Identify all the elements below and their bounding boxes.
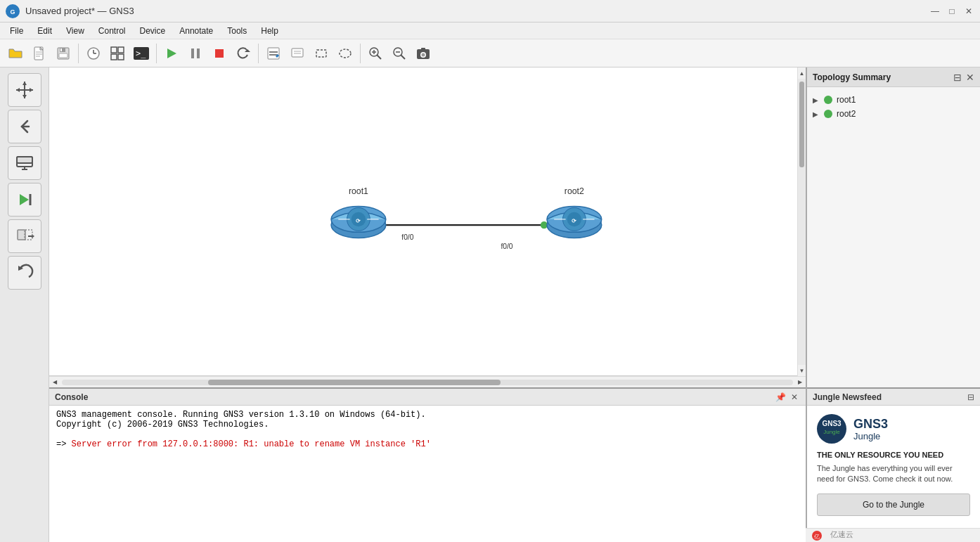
jungle-brand-gns3: GNS3 bbox=[853, 417, 888, 432]
canvas-horizontal-scrollbar[interactable]: ◀ ▶ bbox=[49, 376, 806, 387]
add-ellipse-button[interactable] bbox=[334, 42, 356, 65]
console-close-button[interactable]: ✕ bbox=[789, 392, 800, 403]
network-diagram: ⟳ root1 f0/0 bbox=[49, 67, 797, 375]
console-controls: 📌 ✕ bbox=[775, 392, 800, 403]
topology-node-root1[interactable]: ▶ root1 bbox=[810, 93, 977, 107]
menu-item-file[interactable]: File bbox=[3, 25, 30, 37]
console-title: Console bbox=[55, 392, 88, 402]
topology-panel: Topology Summary ⊟ ✕ ▶ root1 ▶ root2 bbox=[807, 67, 980, 387]
svg-rect-14 bbox=[118, 47, 124, 53]
zoom-out-button[interactable] bbox=[388, 42, 411, 65]
scroll-right-button[interactable]: ▶ bbox=[794, 377, 806, 388]
save-button[interactable] bbox=[52, 42, 75, 65]
clock-button[interactable] bbox=[82, 42, 105, 65]
jungle-newsfeed-panel: Jungle Newsfeed ⊟ GNS3 Jungle GNS3 bbox=[807, 387, 980, 542]
go-to-jungle-button[interactable]: Go to the Jungle bbox=[817, 493, 970, 516]
move-tool-button[interactable] bbox=[8, 73, 41, 107]
svg-marker-48 bbox=[30, 88, 33, 92]
terminal-button[interactable]: >_ bbox=[130, 42, 153, 65]
svg-point-31 bbox=[340, 49, 351, 58]
close-button[interactable]: ✕ bbox=[963, 6, 974, 17]
scroll-left-button[interactable]: ◀ bbox=[49, 377, 60, 388]
router-root2[interactable]: ⟳ bbox=[547, 207, 602, 238]
svg-rect-20 bbox=[191, 49, 194, 58]
svg-text:root1: root1 bbox=[349, 186, 368, 196]
reload-button[interactable] bbox=[232, 42, 254, 65]
menu-item-tools[interactable]: Tools bbox=[220, 25, 254, 37]
scroll-thumb[interactable] bbox=[799, 82, 804, 167]
menu-item-edit[interactable]: Edit bbox=[30, 25, 59, 37]
jungle-pin-button[interactable]: ⊟ bbox=[967, 392, 974, 402]
pause-all-button[interactable] bbox=[184, 42, 207, 65]
skip-start-button[interactable] bbox=[8, 183, 41, 217]
svg-line-37 bbox=[401, 55, 405, 59]
edit-node-button[interactable] bbox=[262, 42, 285, 65]
add-rectangle-button[interactable] bbox=[310, 42, 333, 65]
scroll-track bbox=[798, 79, 806, 365]
scroll-up-button[interactable]: ▲ bbox=[798, 67, 806, 79]
svg-rect-50 bbox=[17, 157, 32, 163]
stop-all-button[interactable] bbox=[208, 42, 231, 65]
toolbar-separator-2 bbox=[156, 44, 157, 63]
zoom-in-button[interactable] bbox=[364, 42, 387, 65]
menu-item-view[interactable]: View bbox=[59, 25, 91, 37]
topology-body: ▶ root1 ▶ root2 bbox=[807, 87, 980, 387]
svg-text:f0/0: f0/0 bbox=[401, 233, 413, 241]
export-config-button[interactable] bbox=[8, 219, 41, 253]
topology-pin-button[interactable]: ⊟ bbox=[953, 72, 962, 83]
topology-node-root2[interactable]: ▶ root2 bbox=[810, 107, 977, 121]
titlebar-left: G Unsaved project* — GNS3 bbox=[6, 4, 134, 18]
topology-header: Topology Summary ⊟ ✕ bbox=[807, 67, 980, 87]
menu-item-device[interactable]: Device bbox=[133, 25, 173, 37]
svg-text:⟳: ⟳ bbox=[572, 218, 576, 224]
back-button[interactable] bbox=[8, 110, 41, 143]
window-title: Unsaved project* — GNS3 bbox=[25, 6, 134, 16]
jungle-brand-jungle: Jungle bbox=[853, 432, 888, 441]
minimize-button[interactable]: — bbox=[929, 6, 941, 17]
maximize-button[interactable]: □ bbox=[946, 6, 958, 17]
device-toolbar-button[interactable] bbox=[8, 146, 41, 180]
root1-label: root1 bbox=[837, 95, 856, 105]
menubar: FileEditViewControlDeviceAnnotateToolsHe… bbox=[0, 22, 980, 39]
svg-marker-23 bbox=[245, 49, 250, 52]
hscroll-thumb[interactable] bbox=[208, 380, 501, 385]
svg-marker-19 bbox=[167, 49, 176, 58]
svg-rect-42 bbox=[421, 48, 425, 51]
main-layout: ⟳ root1 f0/0 bbox=[0, 67, 980, 542]
undo-button[interactable] bbox=[8, 256, 41, 290]
console-pin-button[interactable]: 📌 bbox=[775, 392, 786, 403]
expand-root1-arrow: ▶ bbox=[813, 96, 818, 104]
canvas-vertical-scrollbar[interactable]: ▲ ▼ bbox=[797, 67, 806, 376]
svg-rect-13 bbox=[111, 47, 117, 53]
svg-text:GNS3: GNS3 bbox=[822, 420, 842, 427]
center-area: ⟳ root1 f0/0 bbox=[49, 67, 806, 542]
gns3-logo: G bbox=[6, 4, 20, 18]
scroll-down-button[interactable]: ▼ bbox=[798, 365, 806, 376]
toolbar-separator-4 bbox=[360, 44, 361, 63]
topology-close-button[interactable]: ✕ bbox=[966, 72, 974, 83]
svg-marker-45 bbox=[22, 82, 27, 85]
canvas-area[interactable]: ⟳ root1 f0/0 bbox=[49, 67, 797, 376]
jungle-headline: THE ONLY RESOURCE YOU NEED bbox=[817, 451, 970, 459]
menu-item-control[interactable]: Control bbox=[91, 25, 133, 37]
root2-status-dot bbox=[824, 110, 832, 118]
menu-item-annotate[interactable]: Annotate bbox=[172, 25, 220, 37]
router-root1[interactable]: ⟳ bbox=[331, 207, 386, 238]
svg-rect-21 bbox=[197, 49, 200, 58]
topology-view-button[interactable] bbox=[106, 42, 129, 65]
toolbar-separator-1 bbox=[78, 44, 79, 63]
svg-text:亿: 亿 bbox=[813, 534, 820, 540]
toolbar: >_ bbox=[0, 39, 980, 67]
jungle-body: GNS3 Jungle GNS3 Jungle THE ONLY RESOURC… bbox=[807, 406, 980, 542]
svg-rect-22 bbox=[215, 49, 224, 58]
menu-item-help[interactable]: Help bbox=[254, 25, 285, 37]
console-line-2: Copyright (c) 2006-2019 GNS3 Technologie… bbox=[56, 420, 799, 430]
screenshot-button[interactable] bbox=[412, 42, 434, 65]
open-folder-button[interactable] bbox=[4, 42, 27, 65]
svg-text:⟳: ⟳ bbox=[356, 218, 361, 224]
add-note-button[interactable] bbox=[286, 42, 309, 65]
console-body[interactable]: GNS3 management console. Running GNS3 ve… bbox=[49, 406, 806, 542]
open-file-button[interactable] bbox=[28, 42, 51, 65]
start-all-button[interactable] bbox=[160, 42, 183, 65]
console-header: Console 📌 ✕ bbox=[49, 389, 806, 406]
